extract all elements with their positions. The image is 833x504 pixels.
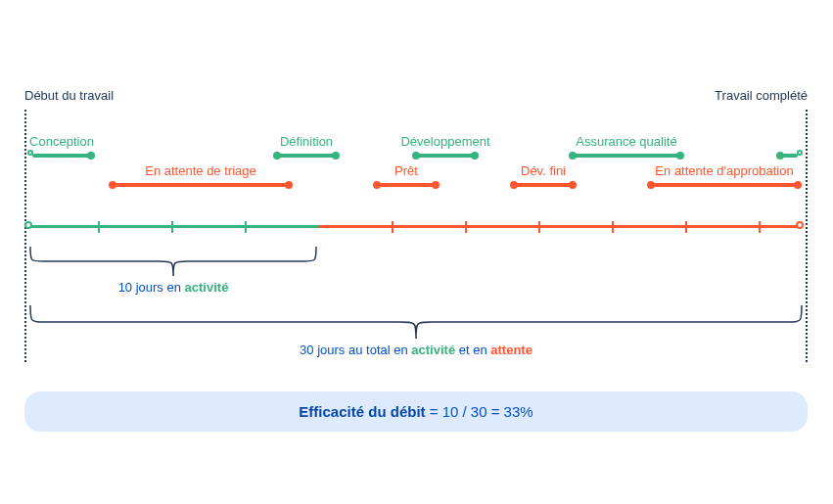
timeline-tick	[245, 221, 247, 233]
dot-icon	[412, 152, 420, 160]
timeline-tick	[98, 221, 100, 233]
dot-icon	[373, 181, 381, 189]
total-days-text: 30 jours au total en activité et en atte…	[300, 343, 532, 357]
timeline-tick	[759, 221, 761, 233]
dot-icon	[776, 152, 784, 160]
timeline-tick	[685, 221, 687, 233]
timeline-end-icon	[796, 221, 804, 229]
wait-segment: Dév. fini	[514, 183, 573, 187]
dot-icon	[332, 152, 340, 160]
timeline-tick	[171, 221, 173, 233]
timeline-tick	[538, 221, 540, 233]
dot-icon	[676, 152, 684, 160]
active-segment: Assurance qualité	[573, 154, 680, 158]
dot-icon	[569, 152, 577, 160]
segment-label: Développement	[400, 134, 489, 149]
timeline-start-icon	[24, 221, 32, 229]
active-segment	[780, 154, 798, 158]
segment-label: Définition	[280, 134, 333, 149]
dot-icon	[432, 181, 440, 189]
wait-segment: En attente d'approbation	[651, 183, 798, 187]
open-circle-icon	[797, 150, 803, 156]
timeline-active-part	[30, 225, 318, 228]
segment-label: En attente d'approbation	[655, 163, 793, 178]
active-days-text: 10 jours en activité	[118, 280, 229, 295]
active-segment: Définition	[277, 154, 336, 158]
timeline-tick	[612, 221, 614, 233]
formula-value: = 10 / 30 = 33%	[426, 403, 533, 420]
open-circle-icon	[27, 150, 33, 156]
dot-icon	[109, 181, 116, 189]
timeline-tick	[392, 221, 393, 233]
phase-segments: ConceptionDéfinitionDéveloppementAssuran…	[24, 129, 808, 217]
dot-icon	[285, 181, 293, 189]
dot-icon	[273, 152, 281, 160]
dot-icon	[87, 152, 95, 160]
header-row: Début du travail Travail complété	[24, 88, 808, 108]
end-label: Travail complété	[715, 88, 808, 103]
wait-segment: Prêt	[377, 183, 436, 187]
segment-label: Assurance qualité	[576, 134, 676, 149]
flow-efficiency-diagram: Début du travail Travail complété Concep…	[24, 88, 808, 237]
segment-label: Dév. fini	[521, 163, 566, 178]
main-timeline	[24, 217, 808, 237]
start-label: Début du travail	[24, 88, 114, 103]
segment-label: Conception	[29, 134, 94, 149]
dot-icon	[510, 181, 518, 189]
dot-icon	[471, 152, 479, 160]
active-segment: Conception	[32, 154, 91, 158]
efficiency-formula: Efficacité du débit = 10 / 30 = 33%	[24, 391, 808, 432]
timeline-tick	[465, 221, 467, 233]
dot-icon	[569, 181, 577, 189]
dot-icon	[647, 181, 655, 189]
formula-title: Efficacité du débit	[299, 403, 425, 420]
total-days-brace: 30 jours au total en activité et en atte…	[28, 305, 804, 339]
segment-label: Prêt	[394, 163, 418, 178]
active-segment: Développement	[416, 154, 475, 158]
dot-icon	[794, 181, 802, 189]
wait-segment: En attente de triage	[113, 183, 289, 187]
active-days-brace: 10 jours en activité	[28, 247, 318, 276]
segment-label: En attente de triage	[145, 163, 255, 178]
